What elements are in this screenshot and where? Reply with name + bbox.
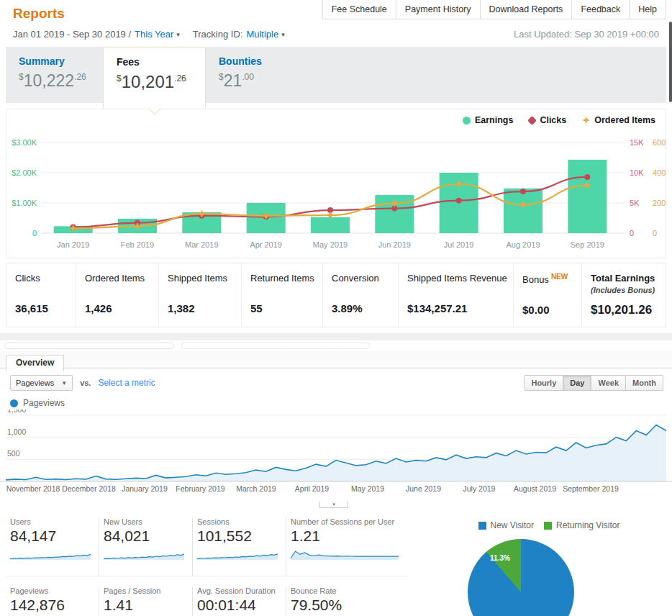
visitor-pie-chart (468, 539, 574, 616)
stat-label: BonusNEW (522, 273, 578, 285)
stat-value: $134,257.21 (407, 302, 510, 314)
chevron-down-icon: ▾ (281, 31, 285, 38)
metric-value: 142,876 (10, 597, 93, 614)
metric-sparkline (291, 545, 399, 560)
page: Reports Fee SchedulePayment HistoryDownl… (0, 0, 672, 616)
page-title: Reports (13, 0, 65, 22)
new-badge: NEW (551, 273, 568, 281)
stat-ordered-items: Ordered Items1,426 (76, 263, 159, 327)
svg-text:December 2018: December 2018 (62, 484, 116, 493)
stat-total-earnings: Total Earnings(Includes Bonus)$10,201.26 (582, 263, 666, 327)
tracking-id-label: Tracking ID: (193, 29, 243, 40)
date-range-text: Jan 01 2019 - Sep 30 2019 / (13, 29, 131, 40)
pageviews-line-chart: 5001,0001,500November 2018December 2018J… (0, 409, 672, 502)
pageviews-legend: Pageviews (0, 395, 672, 409)
metric-value: 00:01:44 (197, 597, 280, 614)
blank-control-dotted[interactable] (181, 343, 370, 349)
tracking-id-dropdown[interactable]: Multiple (246, 29, 278, 40)
svg-text:Mar 2019: Mar 2019 (185, 240, 218, 249)
tab-label: Bounties (219, 55, 666, 67)
nav-button-download-reports[interactable]: Download Reports (481, 0, 573, 19)
tab-fees[interactable]: Fees$10,201.26 (103, 47, 206, 109)
svg-text:Apr 2019: Apr 2019 (250, 240, 282, 249)
svg-text:0: 0 (630, 229, 634, 237)
nav-button-help[interactable]: Help (630, 0, 666, 19)
top-nav-buttons: Fee SchedulePayment HistoryDownload Repo… (322, 0, 666, 19)
amazon-header: Reports Fee SchedulePayment HistoryDownl… (0, 0, 672, 22)
stat-label: Ordered Items (85, 273, 155, 284)
metric-card-avg-session-duration: Avg. Session Duration00:01:44 (193, 586, 286, 616)
pie-legend-label: New Visitor (491, 520, 534, 530)
stat-label: Returned Items (250, 273, 319, 284)
svg-text:Sep 2019: Sep 2019 (571, 240, 604, 249)
svg-text:5K: 5K (630, 199, 640, 207)
tab-amount: $21.00 (219, 71, 666, 91)
svg-text:April 2019: April 2019 (295, 484, 329, 493)
metric-label: Number of Sessions per User (291, 517, 403, 526)
stat-conversion: Conversion3.89% (323, 263, 399, 327)
google-analytics-section: Overview Pageviews ▼ vs. Select a metric… (0, 340, 672, 616)
blank-control-solid[interactable] (4, 343, 174, 349)
pie-legend-returning-visitor: Returning Visitor (544, 520, 620, 530)
nav-button-feedback[interactable]: Feedback (572, 0, 630, 19)
svg-text:0: 0 (32, 229, 37, 237)
svg-text:0: 0 (653, 229, 657, 237)
granularity-month[interactable]: Month (626, 376, 663, 390)
earnings-bar-may-2019 (311, 217, 350, 233)
stat-returned-items: Returned Items55 (242, 263, 323, 327)
pageviews-legend-dot (10, 399, 18, 407)
svg-text:400: 400 (653, 168, 666, 177)
legend-label: Ordered Items (594, 115, 655, 125)
stat-value: 1,426 (85, 302, 155, 314)
svg-text:March 2019: March 2019 (236, 484, 276, 493)
metric-label: New Users (104, 517, 186, 526)
svg-text:July 2019: July 2019 (463, 484, 496, 493)
metric-card-bounce-rate: Bounce Rate79.50% (286, 586, 409, 616)
metric-label: Avg. Session Duration (197, 586, 280, 595)
granularity-buttons: HourlyDayWeekMonth (524, 375, 663, 391)
circle-marker-icon (463, 117, 471, 124)
svg-text:$1.00K: $1.00K (12, 199, 37, 207)
svg-text:$3.00K: $3.00K (12, 138, 37, 147)
svg-text:September 2019: September 2019 (563, 484, 619, 493)
summary-stats-row: Clicks36,615Ordered Items1,426Shipped It… (6, 263, 666, 327)
nav-button-fee-schedule[interactable]: Fee Schedule (323, 0, 396, 19)
svg-text:10K: 10K (630, 168, 644, 177)
metric-value: 1.21 (291, 527, 403, 545)
redacted-controls-row (0, 340, 672, 351)
pie-label-returning-visitor: 11.3% (490, 554, 510, 562)
pie-legend-new-visitor: New Visitor (478, 520, 534, 530)
metric-select[interactable]: Pageviews ▼ (10, 375, 73, 391)
section-divider (0, 333, 672, 340)
metric-value: 101,552 (197, 527, 280, 545)
date-preset-dropdown[interactable]: This Year (135, 29, 173, 40)
svg-text:Jul 2019: Jul 2019 (444, 240, 474, 249)
metric-label: Sessions (197, 517, 280, 526)
tab-bounties[interactable]: Bounties$21.00 (206, 47, 666, 103)
svg-text:February 2019: February 2019 (176, 484, 224, 493)
granularity-week[interactable]: Week (591, 376, 626, 390)
tab-summary[interactable]: Summary$10,222.26 (6, 47, 103, 103)
nav-button-payment-history[interactable]: Payment History (396, 0, 481, 19)
stat-value: 3.89% (332, 302, 395, 314)
granularity-day[interactable]: Day (563, 376, 591, 390)
star-marker-icon (582, 117, 590, 124)
granularity-hourly[interactable]: Hourly (525, 376, 563, 390)
stat-value: 36,615 (15, 302, 73, 314)
chart-collapse-toggle[interactable]: ▾ (319, 502, 348, 508)
metric-card-new-users: New Users84,021 (99, 517, 193, 576)
tab-amount: $10,201.26 (117, 72, 205, 92)
svg-text:200: 200 (653, 199, 666, 207)
svg-text:Jun 2019: Jun 2019 (378, 240, 411, 249)
tab-overview[interactable]: Overview (6, 355, 64, 371)
select-metric-link[interactable]: Select a metric (98, 378, 155, 388)
svg-text:Aug 2019: Aug 2019 (506, 240, 540, 249)
stat-value: $10,201.26 (591, 303, 663, 317)
earnings-combo-chart: 000$1.00K5K200$2.00K10K400$3.00K15K600Ja… (6, 114, 666, 258)
scrollbar-thumb[interactable] (669, 22, 672, 102)
earnings-bar-aug-2019 (504, 189, 542, 233)
chevron-down-icon: ▼ (61, 380, 67, 386)
chevron-down-icon: ▾ (176, 31, 180, 38)
metric-card-pages-session: Pages / Session1.41 (99, 586, 193, 616)
stat-label: Shipped Items Revenue (407, 273, 510, 284)
